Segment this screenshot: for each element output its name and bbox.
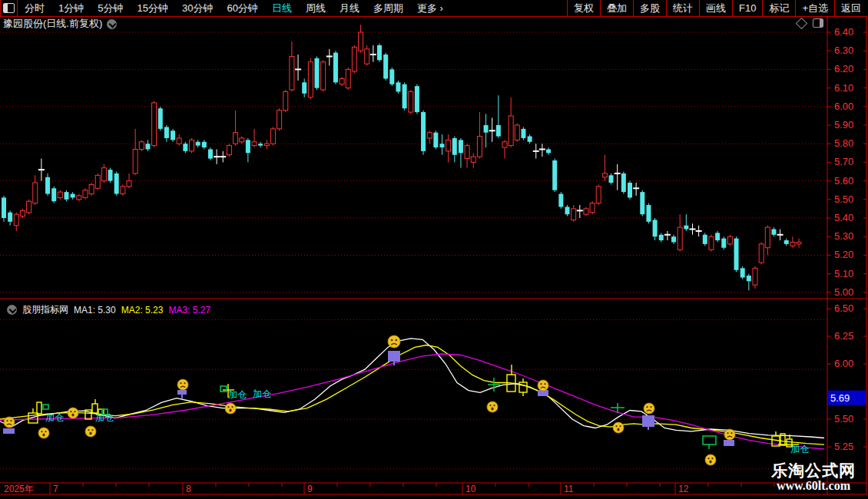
add-position-label: 加仓	[45, 412, 64, 423]
candle	[409, 90, 413, 114]
toolbar-right-item-1[interactable]: 叠加	[600, 0, 633, 16]
candle	[628, 181, 632, 200]
indicator-header: 股朋指标网 MA1: 5.30 MA2: 5.23 MA3: 5.27	[2, 303, 210, 316]
toolbar-item-3[interactable]: 15分钟	[130, 0, 174, 16]
chevron-down-icon[interactable]	[107, 19, 117, 29]
candle	[365, 45, 369, 66]
diamond-icon[interactable]	[796, 17, 808, 29]
candle	[133, 129, 137, 176]
toolbar-right-item-8[interactable]: 返回	[834, 0, 867, 16]
candle	[596, 184, 601, 205]
toolbar-right-item-2[interactable]: 多股	[633, 0, 666, 16]
candle	[114, 172, 119, 196]
sad-face-icon	[487, 402, 498, 412]
price-label: 5.50	[834, 193, 853, 205]
add-position-label: 加仓	[253, 388, 271, 399]
candle	[609, 173, 614, 185]
candle	[51, 187, 56, 203]
candle	[471, 153, 475, 167]
toolbar-right-item-4[interactable]: 画线	[699, 0, 732, 16]
toolbar-item-8[interactable]: 月线	[333, 0, 366, 16]
candle	[183, 142, 187, 154]
candle	[747, 274, 751, 291]
chart-canvas[interactable]: 加仓加仓加仓加仓加仓6.406.306.206.106.005.905.805.…	[0, 0, 868, 499]
indicator-name: 股朋指标网	[22, 303, 68, 316]
toolbar-right-item-5[interactable]: F10	[732, 0, 762, 16]
candle	[539, 144, 545, 157]
purple-square-marker	[388, 351, 400, 365]
toolbar-item-9[interactable]: 多周期	[366, 0, 410, 16]
month-label: 9	[307, 484, 313, 494]
add-position-label: 加仓	[95, 412, 114, 423]
month-label: 8	[186, 484, 191, 494]
price-label: 5.60	[834, 175, 853, 187]
candle	[270, 127, 275, 145]
sad-face-icon	[644, 403, 654, 414]
toolbar-right-item-0[interactable]: 复权	[567, 0, 600, 16]
candle	[584, 207, 588, 216]
ma1-value: MA1: 5.30	[74, 305, 116, 316]
toolbar-item-2[interactable]: 5分钟	[91, 0, 130, 16]
toolbar-item-4[interactable]: 30分钟	[175, 0, 220, 16]
indicator-collapse-icon[interactable]	[7, 305, 17, 315]
candle	[515, 124, 519, 142]
candle	[552, 159, 557, 193]
price-label: 6.00	[834, 101, 853, 112]
indicator-candle-green	[220, 386, 227, 392]
candle	[521, 127, 525, 140]
candle	[152, 101, 157, 148]
indicator-price-label: 5.25	[834, 441, 853, 452]
candle	[533, 144, 539, 158]
candle	[127, 173, 131, 188]
trading-app-window: { "toolbar": { "left_items": ["分时","1分钟"…	[0, 0, 868, 499]
toolbar-item-5[interactable]: 60分钟	[220, 0, 264, 16]
toolbar-item-0[interactable]: 分时	[18, 0, 51, 16]
candle	[465, 144, 469, 167]
candle	[753, 266, 757, 289]
toolbar-item-7[interactable]: 周线	[299, 0, 333, 16]
candle	[214, 149, 220, 164]
candle	[240, 137, 244, 144]
candle	[415, 84, 419, 114]
toolbar-right-item-7[interactable]: +自选	[795, 0, 834, 16]
top-toolbar: 分时1分钟5分钟15分钟30分钟60分钟日线周线月线多周期更多 › 复权叠加多股…	[0, 0, 867, 17]
candle	[427, 131, 432, 144]
toolbar-right-item-6[interactable]: 标记	[762, 0, 795, 16]
candle	[83, 188, 88, 200]
candle	[121, 184, 125, 196]
candle	[164, 125, 169, 142]
ma-line-MA3	[0, 354, 824, 449]
candle	[765, 226, 770, 256]
candle	[27, 200, 31, 214]
price-label: 5.00	[834, 286, 853, 298]
toolbar-right-item-3[interactable]: 统计	[666, 0, 699, 16]
candle	[664, 231, 671, 240]
month-label: 7	[53, 484, 58, 494]
price-label: 5.40	[834, 212, 853, 223]
candle	[459, 138, 463, 168]
candle	[302, 79, 306, 97]
candle	[546, 147, 551, 155]
candle	[321, 60, 326, 91]
candle	[14, 213, 18, 231]
current-value-text: 5.69	[830, 392, 850, 404]
candle	[646, 203, 651, 224]
layout-split-icon[interactable]	[0, 0, 18, 16]
candle	[433, 131, 438, 149]
candle	[727, 235, 732, 246]
candle	[283, 90, 288, 112]
toolbar-item-10[interactable]: 更多 ›	[410, 0, 450, 16]
panel-toggle-icon[interactable]	[813, 18, 823, 28]
emoji-markers	[4, 335, 735, 465]
candle	[684, 214, 688, 231]
sad-face-icon	[4, 417, 15, 428]
sad-face-icon	[85, 426, 96, 437]
toolbar-item-6[interactable]: 日线	[265, 0, 299, 16]
toolbar-item-1[interactable]: 1分钟	[51, 0, 91, 16]
candle	[308, 58, 313, 99]
candle	[528, 134, 532, 144]
watermark: 乐淘公式网 www.60lt.com	[759, 461, 868, 493]
candlesticks	[2, 25, 801, 290]
indicator-candle-green	[703, 436, 716, 444]
candle	[171, 129, 175, 142]
